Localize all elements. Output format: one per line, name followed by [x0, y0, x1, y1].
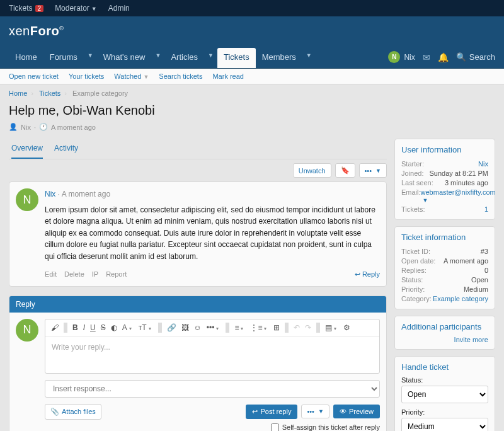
- nav-home[interactable]: Home: [9, 46, 43, 68]
- more-insert-icon[interactable]: •••▾: [205, 322, 223, 333]
- subnav-open-ticket[interactable]: Open new ticket: [9, 72, 59, 80]
- breadcrumb-tickets[interactable]: Tickets: [39, 89, 60, 97]
- reply-header: Reply: [9, 296, 386, 313]
- subnav-search-tickets[interactable]: Search tickets: [159, 72, 202, 80]
- bookmark-button[interactable]: 🔖: [335, 163, 355, 178]
- self-assign-checkbox[interactable]: [271, 423, 279, 431]
- nav-forums[interactable]: Forums: [43, 46, 84, 68]
- search-button[interactable]: 🔍Search: [456, 52, 495, 62]
- topnav-moderator[interactable]: Moderator▼: [55, 4, 97, 13]
- post-reply-button[interactable]: ↩Post reply: [246, 405, 297, 419]
- breadcrumb-home[interactable]: Home: [9, 89, 27, 97]
- category-link[interactable]: Example category: [433, 295, 488, 302]
- post-reply[interactable]: ↩Reply: [355, 269, 380, 280]
- tab-activity[interactable]: Activity: [54, 139, 78, 159]
- font-icon[interactable]: A▾: [120, 322, 135, 333]
- redo-icon[interactable]: ↷: [303, 322, 313, 333]
- emoji-icon[interactable]: ☺: [192, 322, 203, 333]
- status-select[interactable]: Open: [401, 386, 488, 403]
- caret-down-icon[interactable]: ▼: [204, 46, 217, 68]
- user-icon: 👤: [9, 123, 18, 131]
- underline-icon[interactable]: U: [88, 322, 98, 333]
- more-button[interactable]: ••• ▼: [359, 163, 387, 178]
- ticket-count-badge: 2: [35, 5, 44, 12]
- nav-whatsnew[interactable]: What's new: [97, 46, 152, 68]
- nav-members[interactable]: Members: [256, 46, 302, 68]
- inbox-icon[interactable]: ✉: [423, 52, 430, 62]
- topnav-tickets[interactable]: Tickets2: [9, 4, 43, 13]
- site-logo[interactable]: xenForo®: [9, 24, 495, 38]
- italic-icon[interactable]: I: [81, 322, 87, 333]
- size-icon[interactable]: тT▾: [137, 322, 155, 333]
- subnav-watched[interactable]: Watched ▼: [114, 72, 149, 80]
- insert-response-select[interactable]: Insert response...: [45, 380, 380, 398]
- self-assign-label: Self-assign this ticket after reply: [282, 423, 380, 431]
- post-ip[interactable]: IP: [92, 269, 98, 280]
- thread-meta: 👤Nix · 🕐A moment ago: [0, 123, 504, 139]
- caret-down-icon: ▼: [318, 408, 324, 415]
- starter-link[interactable]: Nix: [478, 160, 488, 168]
- ticket-post: N Nix · A moment ago Lorem ipsum dolor s…: [9, 181, 387, 287]
- unwatch-button[interactable]: Unwatch: [293, 163, 331, 178]
- undo-icon[interactable]: ↶: [292, 322, 302, 333]
- bookmark-icon: 🔖: [341, 166, 350, 175]
- bold-icon[interactable]: B: [71, 322, 80, 333]
- user-info-card: User information Starter:Nix Joined:Sund…: [394, 139, 495, 220]
- preview-button[interactable]: 👁Preview: [333, 405, 380, 418]
- caret-down-icon[interactable]: ▼: [84, 46, 97, 68]
- card-title: Ticket information: [401, 233, 488, 242]
- reply-section: Reply N 🖌 B I U S ◐ A▾ тT▾ 🔗 🖼 ☺ •••▾ ≡▾…: [9, 296, 387, 431]
- post-report[interactable]: Report: [106, 269, 127, 280]
- reply-editor: 🖌 B I U S ◐ A▾ тT▾ 🔗 🖼 ☺ •••▾ ≡▾ ⋮≡▾ ⊞ ↶…: [45, 319, 380, 374]
- bell-icon[interactable]: 🔔: [438, 52, 449, 62]
- avatar[interactable]: N: [16, 188, 38, 211]
- priority-select[interactable]: Medium: [401, 418, 488, 431]
- attach-icon[interactable]: ▤▾: [323, 322, 340, 333]
- nav-articles[interactable]: Articles: [164, 46, 204, 68]
- card-title: User information: [401, 145, 488, 154]
- topnav-admin[interactable]: Admin: [108, 4, 130, 13]
- reply-icon: ↩: [355, 269, 360, 280]
- table-icon[interactable]: ⊞: [272, 322, 282, 333]
- ticket-subnav: Open new ticket Your tickets Watched ▼ S…: [0, 69, 504, 84]
- breadcrumb-category[interactable]: Example category: [72, 89, 128, 97]
- attach-files-button[interactable]: 📎Attach files: [45, 404, 101, 420]
- caret-down-icon[interactable]: ▼: [151, 46, 164, 68]
- card-title: Handle ticket: [401, 362, 488, 372]
- eye-icon: 👁: [340, 408, 346, 415]
- avatar[interactable]: N: [16, 319, 38, 342]
- post-edit[interactable]: Edit: [45, 269, 57, 280]
- caret-down-icon[interactable]: ▼: [302, 46, 316, 68]
- breadcrumb: Home› Tickets› Example category: [0, 84, 504, 102]
- caret-down-icon: ▼: [375, 168, 381, 174]
- align-icon[interactable]: ≡▾: [232, 322, 247, 333]
- caret-down-icon: ▼: [423, 197, 428, 204]
- admin-bar: Tickets2 Moderator▼ Admin: [0, 0, 504, 16]
- list-icon[interactable]: ⋮≡▾: [248, 322, 270, 333]
- post-delete[interactable]: Delete: [64, 269, 84, 280]
- email-link[interactable]: webmaster@nixfifty.com ▼: [421, 188, 496, 204]
- site-header: xenForo®: [0, 16, 504, 46]
- caret-down-icon: ▼: [91, 6, 97, 12]
- handle-ticket-card: Handle ticket Status: Open Priority: Med…: [394, 356, 495, 431]
- strike-icon[interactable]: S: [99, 322, 108, 333]
- brush-icon[interactable]: 🖌: [49, 322, 60, 333]
- search-icon: 🔍: [456, 52, 466, 62]
- card-title: Additional participants: [401, 322, 488, 331]
- paperclip-icon: 📎: [50, 408, 59, 416]
- subnav-mark-read[interactable]: Mark read: [212, 72, 244, 80]
- caret-down-icon: ▼: [143, 74, 149, 80]
- tickets-count-link[interactable]: 1: [484, 205, 488, 213]
- post-author[interactable]: Nix: [45, 190, 55, 198]
- reply-more-button[interactable]: ••• ▼: [301, 405, 329, 418]
- image-icon[interactable]: 🖼: [180, 322, 191, 333]
- subnav-your-tickets[interactable]: Your tickets: [69, 72, 104, 80]
- color-icon[interactable]: ◐: [109, 322, 119, 333]
- gear-icon[interactable]: ⚙: [341, 322, 352, 333]
- invite-link[interactable]: Invite more: [454, 336, 488, 343]
- tab-overview[interactable]: Overview: [11, 139, 43, 159]
- nav-tickets[interactable]: Tickets: [217, 48, 256, 68]
- link-icon[interactable]: 🔗: [165, 322, 178, 333]
- reply-textarea[interactable]: Write your reply...: [45, 336, 379, 373]
- user-menu[interactable]: N Nix: [388, 51, 415, 63]
